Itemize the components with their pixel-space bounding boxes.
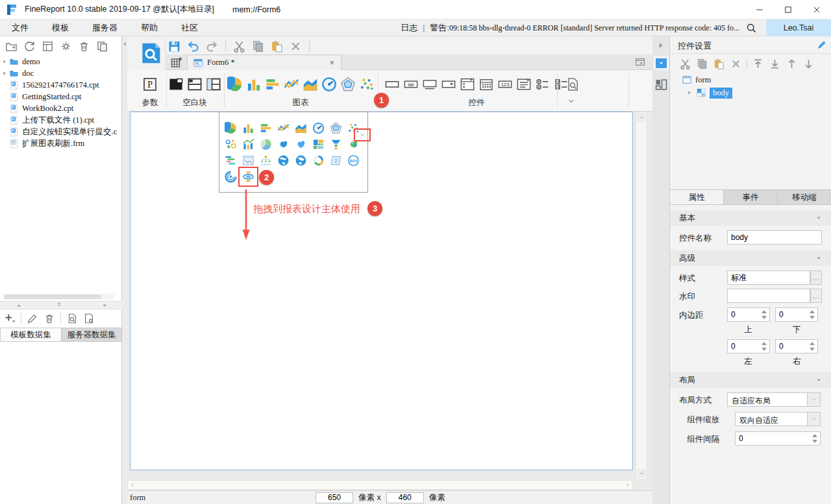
menu-server[interactable]: 服务器: [81, 22, 129, 34]
china-map-alt-icon[interactable]: [295, 138, 307, 150]
line-icon[interactable]: [284, 77, 299, 92]
number-field-icon[interactable]: 123: [497, 77, 513, 92]
tab-server-dataset[interactable]: 服务器数据集: [61, 328, 122, 342]
box-plot-icon[interactable]: BOX: [347, 154, 360, 167]
log-label[interactable]: 日志: [401, 22, 417, 34]
file-tree-hscrollbar[interactable]: [3, 294, 114, 300]
expand-right-panel-icon[interactable]: [657, 41, 665, 50]
list-view-icon[interactable]: [516, 77, 532, 92]
scroll-left-icon[interactable]: [128, 481, 137, 489]
column-icon[interactable]: [242, 122, 254, 134]
document-tab[interactable]: Form6 * ×: [187, 54, 341, 70]
block-split-icon[interactable]: [187, 77, 203, 92]
move-top-icon[interactable]: [752, 58, 764, 70]
bar-icon[interactable]: [265, 77, 280, 92]
template-preview-icon[interactable]: [139, 39, 162, 67]
bar-icon[interactable]: [260, 122, 272, 134]
collapse-caret-icon[interactable]: [815, 215, 822, 221]
panel-splitter[interactable]: =: [0, 301, 122, 309]
funnel-icon[interactable]: [330, 138, 342, 150]
edit-pencil-icon[interactable]: [816, 40, 827, 51]
spiral-icon[interactable]: [225, 171, 237, 183]
tab-events[interactable]: 事件: [724, 190, 778, 204]
gauge-icon[interactable]: [321, 77, 337, 92]
tab-properties[interactable]: 属性: [670, 190, 724, 204]
layout-mode-dropdown[interactable]: 自适应布局: [727, 392, 821, 407]
maximize-button[interactable]: [774, 0, 802, 19]
new-folder-icon[interactable]: [5, 40, 18, 53]
canvas-width-input[interactable]: [316, 492, 353, 503]
cut-icon[interactable]: [232, 40, 246, 53]
widget-name-input[interactable]: [727, 230, 822, 245]
scroll-down-icon[interactable]: [637, 469, 646, 478]
move-up-icon[interactable]: [786, 58, 798, 70]
copy-icon[interactable]: [696, 58, 708, 70]
view-tree-icon[interactable]: [460, 77, 475, 92]
widget-tree-root[interactable]: form: [682, 74, 711, 86]
paste-icon[interactable]: [270, 40, 284, 53]
add-dataset-icon[interactable]: [4, 313, 16, 324]
user-account-chip[interactable]: Leo.Tsai: [766, 19, 831, 36]
tree-item[interactable]: 扩展图表刷新.frm: [0, 138, 122, 149]
menu-community[interactable]: 社区: [169, 22, 210, 34]
settings-doc-icon[interactable]: [60, 40, 72, 53]
style-more-button[interactable]: ...: [810, 270, 822, 285]
parameter-icon[interactable]: P: [142, 77, 158, 92]
move-bottom-icon[interactable]: [769, 58, 781, 70]
canvas-vscrollbar[interactable]: [636, 112, 647, 480]
splitter-handle-icon[interactable]: =: [57, 300, 61, 308]
splitter-collapse-down-icon[interactable]: [101, 303, 108, 308]
tree-item[interactable]: doc: [0, 67, 122, 79]
block-solid-icon[interactable]: [168, 77, 184, 92]
radio-group-icon[interactable]: [535, 77, 551, 92]
config-dataset-icon[interactable]: [83, 313, 95, 324]
warning-message[interactable]: 09:18:58 bbs-dlg-thread-0 ERROR [standar…: [449, 23, 739, 33]
section-basic[interactable]: 基本: [670, 210, 831, 226]
close-tab-icon[interactable]: ×: [328, 58, 336, 67]
copy-icon[interactable]: [251, 40, 265, 53]
padding-bottom-spinner[interactable]: [775, 307, 818, 322]
word-text-icon[interactable]: [330, 154, 342, 167]
chevron-down-icon[interactable]: [807, 413, 820, 426]
move-down-icon[interactable]: [802, 58, 815, 70]
widget-settings-tool-button[interactable]: [654, 56, 669, 70]
canvas-height-input[interactable]: [386, 492, 424, 503]
delete-icon[interactable]: [289, 40, 303, 53]
bubble-icon[interactable]: [225, 138, 237, 150]
section-layout[interactable]: 布局: [670, 372, 831, 388]
scroll-up-icon[interactable]: [637, 113, 646, 122]
undo-icon[interactable]: [186, 40, 200, 53]
tree-item[interactable]: GettingStarted.cpt: [0, 91, 122, 102]
combo-icon[interactable]: [242, 138, 254, 150]
tab-mobile[interactable]: 移动端: [778, 190, 831, 204]
section-advanced[interactable]: 高级: [670, 250, 831, 266]
column-icon[interactable]: [246, 77, 262, 92]
gantt-icon[interactable]: [225, 154, 237, 167]
float-window-icon[interactable]: [634, 56, 646, 68]
menu-help[interactable]: 帮助: [129, 22, 169, 34]
delete-icon[interactable]: [730, 58, 742, 70]
tab-template-dataset[interactable]: 模板数据集: [0, 328, 61, 342]
cut-icon[interactable]: [679, 58, 691, 70]
pie-icon[interactable]: [225, 122, 237, 134]
expand-caret-icon[interactable]: [0, 71, 9, 76]
tree-item[interactable]: 自定义按钮实现单行提交.c: [0, 126, 122, 138]
widget-group-dropdown-icon[interactable]: [566, 96, 580, 106]
watermark-input[interactable]: [727, 289, 810, 303]
pie-icon[interactable]: [227, 77, 243, 92]
paste-icon[interactable]: [713, 58, 725, 70]
style-input[interactable]: [727, 270, 810, 285]
watermark-more-button[interactable]: ...: [810, 289, 822, 303]
new-template-icon[interactable]: [170, 56, 183, 69]
password-field-icon[interactable]: [422, 77, 438, 92]
date-picker-icon[interactable]: [478, 77, 494, 92]
component-library-icon[interactable]: [654, 78, 668, 91]
area-icon[interactable]: [303, 77, 318, 92]
form-design-canvas[interactable]: [130, 112, 633, 470]
menu-template[interactable]: 模板: [40, 22, 81, 34]
treemap-icon[interactable]: [312, 138, 325, 150]
splitter-collapse-up-icon[interactable]: [16, 303, 22, 308]
collapse-caret-icon[interactable]: [815, 378, 822, 383]
globe-alt-icon[interactable]: [295, 154, 307, 167]
component-gap-spinner[interactable]: [735, 431, 821, 446]
